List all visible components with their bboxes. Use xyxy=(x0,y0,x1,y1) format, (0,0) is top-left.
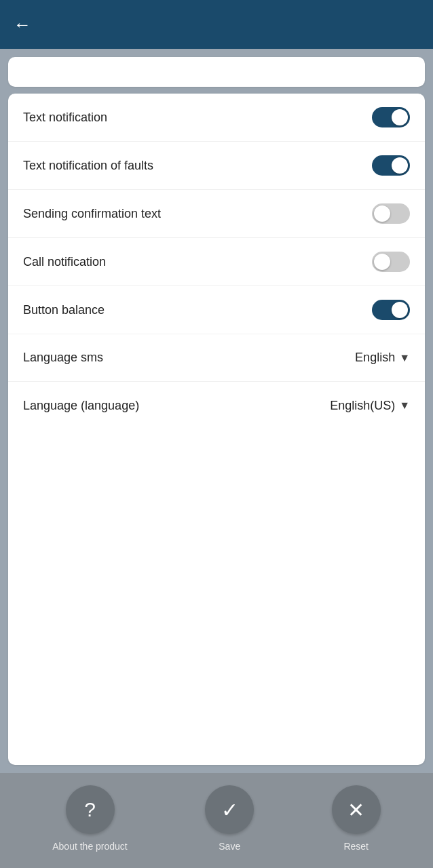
dropdown-language-sms[interactable]: English▼ xyxy=(355,351,410,365)
bottom-btn-about-product[interactable]: ?About the product xyxy=(52,785,128,852)
toggle-sending-confirmation-text[interactable] xyxy=(372,203,410,224)
app-header: ← xyxy=(0,0,433,49)
toggle-text-notification[interactable] xyxy=(372,107,410,127)
setting-label-text-notification-faults: Text notification of faults xyxy=(23,159,153,173)
setting-row-sending-confirmation-text: Sending confirmation text xyxy=(8,190,425,238)
back-button[interactable]: ← xyxy=(14,14,31,35)
setting-label-language-language: Language (language) xyxy=(23,399,139,413)
toggle-call-notification[interactable] xyxy=(372,252,410,272)
setting-label-button-balance: Button balance xyxy=(23,303,105,317)
bottom-btn-icon-save: ✓ xyxy=(205,785,254,834)
settings-card: Text notificationText notification of fa… xyxy=(8,94,425,765)
toggle-thumb-text-notification-faults xyxy=(392,157,408,174)
setting-row-language-sms: Language smsEnglish▼ xyxy=(8,334,425,382)
toggle-thumb-text-notification xyxy=(392,109,408,125)
setting-row-text-notification-faults: Text notification of faults xyxy=(8,142,425,190)
setting-label-text-notification: Text notification xyxy=(23,111,107,125)
dropdown-arrow-icon-language-sms: ▼ xyxy=(399,352,410,364)
bottom-btn-label-about-product: About the product xyxy=(52,841,128,852)
toggle-track-text-notification-faults[interactable] xyxy=(372,155,410,176)
toggle-track-sending-confirmation-text[interactable] xyxy=(372,203,410,224)
setting-label-sending-confirmation-text: Sending confirmation text xyxy=(23,207,161,221)
dropdown-value-language-language: English(US) xyxy=(330,399,395,413)
bottom-btn-icon-about-product: ? xyxy=(66,785,115,834)
toggle-thumb-sending-confirmation-text xyxy=(374,205,390,222)
bottom-btn-reset[interactable]: ✕Reset xyxy=(332,785,381,852)
setting-label-call-notification: Call notification xyxy=(23,255,106,269)
bottom-btn-label-reset: Reset xyxy=(343,841,369,852)
product-card xyxy=(8,57,425,87)
toggle-thumb-call-notification xyxy=(374,254,390,270)
bottom-btn-label-save: Save xyxy=(219,841,240,852)
setting-row-text-notification: Text notification xyxy=(8,94,425,142)
setting-row-call-notification: Call notification xyxy=(8,238,425,286)
setting-label-language-sms: Language sms xyxy=(23,351,103,365)
toggle-thumb-button-balance xyxy=(392,302,408,318)
setting-row-language-language: Language (language)English(US)▼ xyxy=(8,382,425,429)
toggle-button-balance[interactable] xyxy=(372,300,410,320)
toggle-track-text-notification[interactable] xyxy=(372,107,410,127)
bottom-btn-icon-reset: ✕ xyxy=(332,785,381,834)
content-area: Text notificationText notification of fa… xyxy=(0,49,433,773)
setting-row-button-balance: Button balance xyxy=(8,286,425,334)
bottom-bar: ?About the product✓Save✕Reset xyxy=(0,773,433,868)
toggle-track-call-notification[interactable] xyxy=(372,252,410,272)
bottom-btn-save[interactable]: ✓Save xyxy=(205,785,254,852)
toggle-text-notification-faults[interactable] xyxy=(372,155,410,176)
dropdown-value-language-sms: English xyxy=(355,351,395,365)
toggle-track-button-balance[interactable] xyxy=(372,300,410,320)
dropdown-arrow-icon-language-language: ▼ xyxy=(399,399,410,412)
dropdown-language-language[interactable]: English(US)▼ xyxy=(330,399,410,413)
